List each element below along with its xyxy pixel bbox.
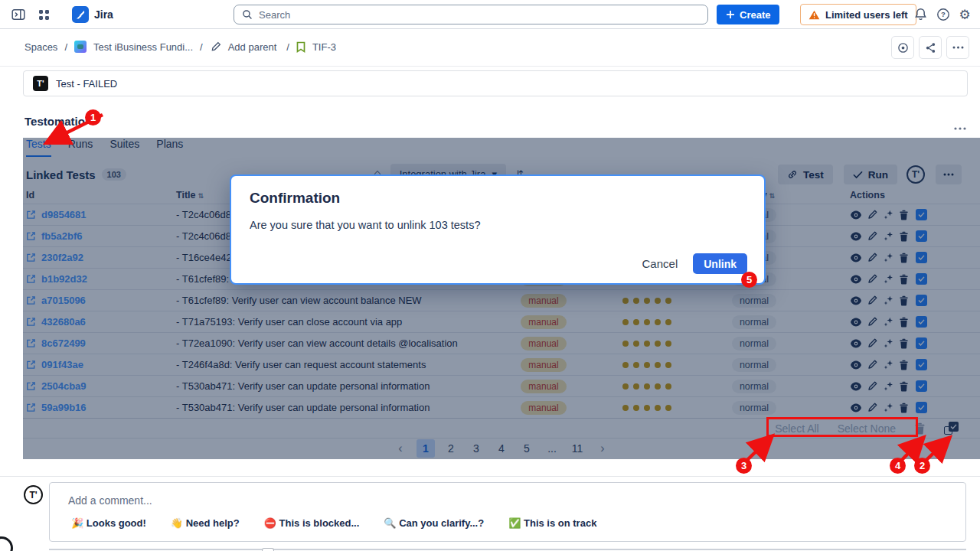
testomatio-square-logo: T' — [33, 76, 48, 91]
create-button[interactable]: Create — [717, 5, 779, 24]
app-name: Jira — [94, 8, 113, 21]
page-actions — [891, 36, 969, 59]
notifications-icon[interactable] — [913, 7, 928, 22]
unlink-button[interactable]: Unlink — [693, 253, 747, 274]
sidebar-toggle-icon[interactable] — [11, 7, 26, 22]
top-navigation-bar: Jira Create Limited users left ? ⚙ — [0, 0, 980, 29]
quick-reply-chip-4[interactable]: ✅ This is on track — [508, 517, 596, 529]
quick-reply-chip-1[interactable]: 👋 Need help? — [171, 517, 240, 529]
decorative-arc — [0, 536, 13, 551]
user-avatar: T' — [24, 485, 43, 504]
section-more-icon[interactable] — [954, 119, 966, 133]
confirmation-modal: Confirmation Are you sure that you want … — [230, 174, 766, 285]
divider — [0, 66, 980, 67]
breadcrumb-separator: / — [64, 41, 67, 53]
comment-box[interactable]: Add a comment... 🎉 Looks good!👋 Need hel… — [49, 482, 966, 542]
quick-reply-chip-3[interactable]: 🔍 Can you clarify...? — [384, 517, 484, 529]
search-icon — [242, 9, 253, 20]
more-actions-icon[interactable] — [946, 36, 969, 59]
checkbox-sliver — [262, 548, 274, 551]
annotation-circle-4: 4 — [890, 458, 906, 474]
space-avatar — [74, 41, 87, 53]
search-bar[interactable] — [234, 5, 708, 24]
page: Jira Create Limited users left ? ⚙ Space… — [0, 0, 980, 551]
hidden-section-sliver — [49, 549, 966, 550]
app-switcher-icon[interactable] — [36, 7, 51, 22]
breadcrumb-separator: / — [286, 41, 289, 53]
modal-title: Confirmation — [250, 190, 340, 207]
quick-reply-chips: 🎉 Looks good!👋 Need help?⛔ This is block… — [71, 517, 596, 529]
breadcrumb-separator: / — [200, 41, 203, 53]
svg-text:?: ? — [941, 10, 946, 18]
quick-reply-chip-2[interactable]: ⛔ This is blocked... — [264, 517, 360, 529]
search-input[interactable] — [259, 9, 700, 21]
watch-icon[interactable] — [891, 36, 914, 59]
help-icon[interactable]: ? — [936, 7, 951, 22]
breadcrumb: Spaces / Test iBusiness Fundi... / Add p… — [24, 37, 336, 57]
edit-pencil-icon — [210, 41, 221, 53]
cancel-button[interactable]: Cancel — [642, 257, 678, 270]
modal-message: Are you sure that you want to unlink 103… — [250, 219, 480, 231]
annotation-circle-3: 3 — [736, 458, 752, 474]
divider — [0, 476, 980, 477]
share-icon[interactable] — [919, 36, 942, 59]
breadcrumb-spaces[interactable]: Spaces — [24, 41, 57, 53]
annotation-circle-1: 1 — [85, 109, 101, 126]
test-status-card[interactable]: T' Test - FAILED — [23, 70, 968, 96]
breadcrumb-add-parent[interactable]: Add parent — [228, 41, 277, 53]
test-status-label: Test - FAILED — [56, 78, 117, 90]
section-title: Testomatio — [24, 115, 85, 128]
jira-logo[interactable] — [72, 6, 89, 23]
breadcrumb-issue[interactable]: TIF-3 — [312, 41, 336, 53]
breadcrumb-project[interactable]: Test iBusiness Fundi... — [93, 41, 193, 53]
warning-icon — [808, 10, 820, 20]
comment-placeholder: Add a comment... — [68, 494, 152, 507]
quick-reply-chip-0[interactable]: 🎉 Looks good! — [71, 517, 146, 529]
annotation-circle-2: 2 — [914, 458, 930, 474]
bookmark-icon — [296, 41, 305, 53]
limited-users-warning[interactable]: Limited users left — [800, 4, 916, 25]
settings-gear-icon[interactable]: ⚙ — [957, 7, 972, 22]
